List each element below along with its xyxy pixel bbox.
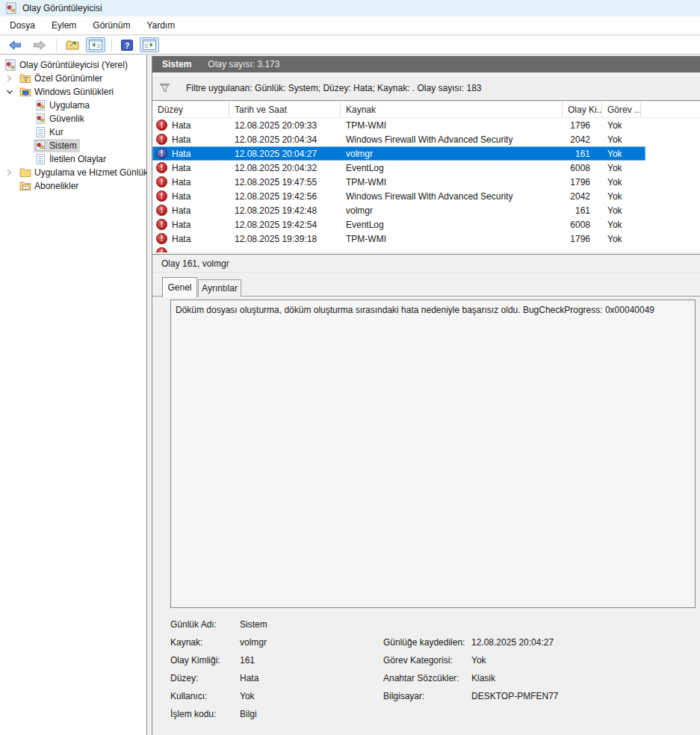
field-label: İşlem kodu: bbox=[170, 709, 216, 719]
cell-event-id: 6008 bbox=[563, 163, 602, 173]
export-folder-icon bbox=[66, 39, 79, 51]
error-level-icon: ! bbox=[156, 205, 167, 216]
tree-item-guvenlik[interactable]: Güvenlik bbox=[0, 112, 146, 125]
event-list-rows: !Hata12.08.2025 20:09:33TPM-WMI1796Yok!H… bbox=[152, 118, 700, 252]
tree-item-ozel-gorunumler[interactable]: Özel Görünümler bbox=[0, 72, 146, 85]
table-row[interactable]: !Hata12.08.2025 19:42:54EventLog6008Yok bbox=[152, 217, 645, 232]
show-action-pane-button[interactable] bbox=[140, 37, 159, 52]
cell-level: !Hata bbox=[152, 233, 229, 244]
event-log-icon bbox=[34, 140, 46, 152]
console-tree-panel: Olay Görüntüleyicisi (Yerel)Özel Görünüm… bbox=[0, 55, 147, 735]
preview-pane: Olay 161, volmgr GenelAyrıntılar Döküm d… bbox=[152, 254, 700, 735]
chevron-down-icon[interactable] bbox=[5, 87, 19, 96]
menu-yardim[interactable]: Yardım bbox=[138, 17, 183, 34]
tree-item-uygulama[interactable]: Uygulama bbox=[0, 99, 146, 112]
cell-task: Yok bbox=[602, 205, 641, 216]
tab-genel[interactable]: Genel bbox=[162, 277, 197, 297]
field-value: 12.08.2025 20:04:27 bbox=[471, 637, 554, 648]
cell-level: ! bbox=[152, 247, 229, 252]
cell-task: Yok bbox=[602, 220, 641, 230]
tree-item-sistem[interactable]: Sistem bbox=[0, 139, 146, 152]
error-level-icon: ! bbox=[156, 162, 167, 173]
table-row-partial[interactable]: ! bbox=[152, 246, 645, 252]
column-header-tarih-ve-saat[interactable]: Tarih ve Saat bbox=[229, 102, 341, 117]
menu-dosya[interactable]: Dosya bbox=[1, 17, 43, 34]
field-value: Yok bbox=[471, 655, 486, 666]
cell-level: !Hata bbox=[152, 162, 229, 173]
forward-button[interactable] bbox=[29, 37, 50, 53]
error-level-icon: ! bbox=[156, 148, 167, 159]
cell-event-id: 2042 bbox=[563, 134, 602, 145]
titlebar: Olay Görüntüleyicisi bbox=[0, 0, 700, 16]
cell-source: volmgr bbox=[341, 205, 563, 216]
back-button[interactable] bbox=[4, 37, 25, 53]
cell-date: 12.08.2025 19:42:56 bbox=[229, 191, 341, 202]
tree-item-label: Windows Günlükleri bbox=[34, 87, 114, 97]
cell-level: !Hata bbox=[152, 176, 229, 187]
table-row[interactable]: !Hata12.08.2025 20:09:33TPM-WMI1796Yok bbox=[152, 118, 645, 132]
help-button[interactable]: ? bbox=[118, 37, 136, 53]
cell-date: 12.08.2025 20:04:34 bbox=[229, 134, 341, 145]
tree-item-windows-gunlukleri[interactable]: Windows Günlükleri bbox=[0, 85, 146, 99]
error-level-icon: ! bbox=[156, 247, 167, 252]
cell-task: Yok bbox=[602, 234, 641, 244]
level-text: Hata bbox=[172, 120, 191, 131]
table-row[interactable]: !Hata12.08.2025 20:04:34Windows Firewall… bbox=[152, 132, 645, 146]
cell-level: !Hata bbox=[152, 219, 229, 230]
field-value: Yok bbox=[240, 691, 255, 701]
tree-item-abonelikler[interactable]: Abonelikler bbox=[0, 179, 146, 193]
tree-item-label: Özel Görünümler bbox=[34, 73, 102, 84]
tree-item-highlight: Windows Günlükleri bbox=[19, 85, 117, 99]
tree-item-label: Sistem bbox=[49, 140, 77, 151]
event-fields: Günlük Adı:SistemKaynak:volmgrOlay Kimli… bbox=[152, 617, 700, 735]
tree-item-olay-goruntuleyicisi-yerel[interactable]: Olay Görüntüleyicisi (Yerel) bbox=[0, 58, 146, 72]
cell-event-id: 1796 bbox=[563, 120, 602, 131]
tree-item-kur[interactable]: Kur bbox=[0, 125, 146, 139]
table-row[interactable]: !Hata12.08.2025 19:42:48volmgr161Yok bbox=[152, 203, 645, 217]
tree-item-i-letilen-olaylar[interactable]: İletilen Olaylar bbox=[0, 152, 146, 166]
table-row[interactable]: !Hata12.08.2025 19:42:56Windows Firewall… bbox=[152, 189, 645, 203]
event-viewer-window: Olay Görüntüleyicisi DosyaEylemGörünümYa… bbox=[0, 0, 700, 735]
level-text: Hata bbox=[172, 149, 191, 159]
field-value: Hata bbox=[240, 673, 258, 683]
event-description-box[interactable]: Döküm dosyası oluşturma, döküm oluşturma… bbox=[170, 300, 696, 608]
table-row[interactable]: !Hata12.08.2025 19:39:18TPM-WMI1796Yok bbox=[152, 232, 645, 246]
column-header-duzey[interactable]: Düzey bbox=[152, 102, 229, 117]
export-button[interactable] bbox=[63, 37, 82, 53]
table-row[interactable]: !Hata12.08.2025 20:04:32EventLog6008Yok bbox=[152, 161, 645, 175]
tree-item-uygulama-ve-hizmet-gunluk[interactable]: Uygulama ve Hizmet Günlük bbox=[0, 166, 146, 179]
folder-icon bbox=[19, 167, 31, 179]
tree-item-highlight: Güvenlik bbox=[34, 112, 87, 125]
chevron-right-icon[interactable] bbox=[5, 168, 19, 177]
table-row[interactable]: !Hata12.08.2025 19:47:55TPM-WMI1796Yok bbox=[152, 175, 645, 189]
tree-item-label: Uygulama ve Hizmet Günlük bbox=[34, 167, 147, 178]
tree-item-highlight: Kur bbox=[34, 125, 66, 139]
field-label: Kaynak: bbox=[170, 637, 202, 648]
tree-item-label: İletilen Olaylar bbox=[49, 154, 106, 164]
menu-gorunum[interactable]: Görünüm bbox=[84, 17, 138, 34]
cell-task: Yok bbox=[602, 191, 641, 202]
show-console-tree-button[interactable] bbox=[86, 37, 105, 52]
field-label: Anahtar Sözcükler: bbox=[383, 673, 459, 683]
chevron-right-icon[interactable] bbox=[5, 74, 19, 83]
field-value: Sistem bbox=[240, 619, 267, 630]
column-header-gorev[interactable]: Görev ... bbox=[602, 102, 641, 117]
plain-log-icon bbox=[34, 153, 46, 165]
field-value: Klasik bbox=[471, 673, 495, 683]
menu-eylem[interactable]: Eylem bbox=[43, 17, 84, 34]
table-row[interactable]: !Hata12.08.2025 20:04:27volmgr161Yok bbox=[152, 146, 645, 161]
tree-item-highlight: Uygulama bbox=[34, 99, 93, 112]
cell-event-id: 6008 bbox=[563, 220, 602, 230]
column-header-olay-ki[interactable]: Olay Ki... bbox=[563, 102, 602, 117]
field-label: Olay Kimliği: bbox=[170, 655, 220, 666]
tree-item-highlight: Uygulama ve Hizmet Günlük bbox=[19, 166, 147, 179]
level-text: Hata bbox=[172, 134, 191, 145]
tab-ayrintilar[interactable]: Ayrıntılar bbox=[198, 279, 241, 297]
level-text: Hata bbox=[172, 191, 191, 202]
field-value: Bilgi bbox=[240, 709, 257, 719]
filter-funnel-icon bbox=[159, 83, 170, 93]
field-label: Düzey: bbox=[170, 673, 198, 683]
cell-source: EventLog bbox=[341, 163, 563, 173]
column-header-kaynak[interactable]: Kaynak bbox=[341, 102, 563, 117]
field-value: volmgr bbox=[240, 637, 267, 648]
